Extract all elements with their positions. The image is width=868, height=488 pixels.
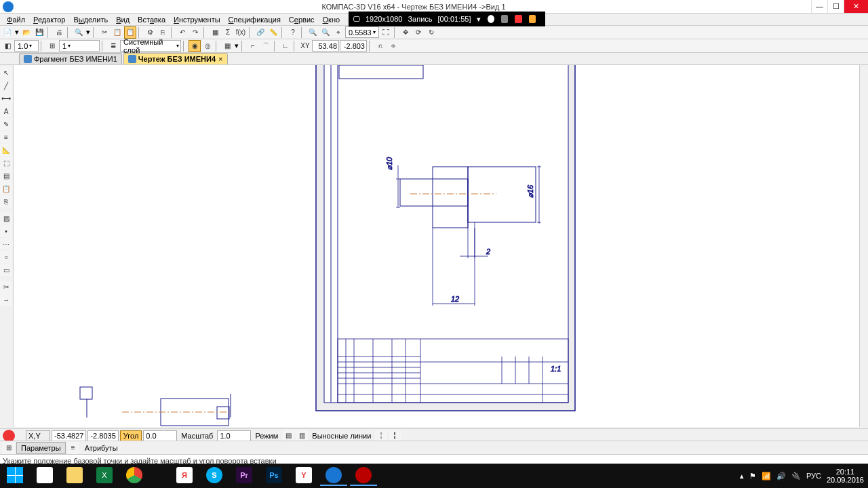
ext1-button[interactable]: ╎ <box>375 430 387 442</box>
round-button[interactable]: ⌒ <box>260 40 272 52</box>
tray-flag-icon[interactable]: ⚑ <box>749 472 756 481</box>
coord-button[interactable]: XY <box>299 40 311 52</box>
menu-tools[interactable]: Инструменты <box>170 16 224 24</box>
trim-tool[interactable]: ✂ <box>0 281 12 293</box>
props-button[interactable]: ⚙ <box>144 26 156 39</box>
circle-tool[interactable]: ○ <box>0 251 12 263</box>
zoom-combo[interactable]: 1.0 <box>14 40 39 52</box>
scrollbar-v[interactable] <box>860 65 868 427</box>
maximize-button[interactable]: ☐ <box>827 0 844 13</box>
menu-insert[interactable]: Вставка <box>134 16 170 24</box>
params-icon[interactable]: ⊞ <box>3 442 15 454</box>
layer-combo[interactable]: Системный слой <box>120 40 181 52</box>
snap1-button[interactable]: ◉ <box>189 40 201 52</box>
cursor-tool[interactable]: ↖ <box>0 66 12 79</box>
stop-button[interactable] <box>3 430 15 442</box>
redo-button[interactable]: ↷ <box>189 26 201 39</box>
task-kompas[interactable] <box>320 466 347 486</box>
ext2-button[interactable]: ╏ <box>389 430 401 442</box>
preview-button[interactable]: 🔍 <box>73 26 85 39</box>
coord-y[interactable] <box>340 40 367 52</box>
zoomin-button[interactable]: 🔍 <box>307 26 319 39</box>
rect-tool[interactable]: ▭ <box>0 264 12 276</box>
menu-window[interactable]: Окно <box>319 16 344 24</box>
stop-icon[interactable] <box>529 15 536 23</box>
cut-button[interactable]: ✂ <box>98 26 111 39</box>
tray-net-icon[interactable]: 📶 <box>762 472 771 481</box>
start-button[interactable] <box>1 466 28 486</box>
hatch-tool[interactable]: ▨ <box>0 212 12 224</box>
copyprops-button[interactable]: ⎘ <box>157 26 169 39</box>
zoomout-button[interactable]: 🔍 <box>319 26 332 39</box>
line-tool[interactable]: ╱ <box>0 79 12 92</box>
print-button[interactable]: 🖨 <box>53 26 65 39</box>
tbl-button[interactable]: ▦ <box>209 26 221 39</box>
scale-combo[interactable]: 0.5583 <box>345 26 379 38</box>
pen-icon[interactable] <box>501 15 508 23</box>
layers-button[interactable]: ≣ <box>107 40 119 52</box>
help-button[interactable]: ? <box>287 26 299 39</box>
dim-tool[interactable]: ⟷ <box>0 92 12 104</box>
task-premiere[interactable]: Pr <box>231 466 258 486</box>
param-tool[interactable]: ≡ <box>0 131 12 143</box>
task-skype[interactable]: S <box>201 466 228 486</box>
zoomwin-button[interactable]: ⌖ <box>332 26 344 39</box>
tray-clock[interactable]: 20:1120.09.2016 <box>827 468 864 484</box>
tab-params[interactable]: Параметры <box>16 442 66 454</box>
minimize-button[interactable]: — <box>811 0 827 13</box>
menu-file[interactable]: Файл <box>3 16 29 24</box>
save-button[interactable]: 💾 <box>33 26 45 39</box>
menu-view[interactable]: Вид <box>112 16 134 24</box>
task-files[interactable] <box>61 466 88 486</box>
edit-tool[interactable]: ✎ <box>0 118 12 130</box>
new-dropdown[interactable]: ▾ <box>14 26 20 39</box>
menu-spec[interactable]: Спецификация <box>224 16 285 24</box>
select-tool[interactable]: ⬚ <box>0 157 12 169</box>
menu-edit[interactable]: Редактор <box>29 16 69 24</box>
task-browser[interactable]: Y <box>290 466 317 486</box>
aux2-button[interactable]: ⎆ <box>387 40 399 52</box>
task-recorder[interactable] <box>350 466 377 486</box>
mode2-button[interactable]: ▥ <box>296 430 308 442</box>
close-button[interactable]: ✕ <box>844 0 868 13</box>
scale-value[interactable]: 1.0 <box>217 430 251 441</box>
report-tool[interactable]: 📋 <box>0 182 12 195</box>
tray-lang[interactable]: РУС <box>806 472 821 480</box>
new-button[interactable]: 📄 <box>1 26 14 39</box>
pause-icon[interactable] <box>515 15 521 23</box>
view-button[interactable]: ⊞ <box>46 40 58 52</box>
measure-tool[interactable]: 📐 <box>0 144 12 156</box>
mic-icon[interactable] <box>488 15 494 23</box>
link-button[interactable]: 🔗 <box>254 26 267 39</box>
snap2-button[interactable]: ◎ <box>201 40 214 52</box>
pan-button[interactable]: ✥ <box>399 26 412 39</box>
tab-attrs[interactable]: Атрибуты <box>81 443 122 453</box>
spec-tool[interactable]: ▤ <box>0 169 12 182</box>
task-yandex[interactable]: Я <box>171 466 198 486</box>
tray-vol-icon[interactable]: 🔊 <box>776 472 786 481</box>
coord-x[interactable] <box>312 40 339 52</box>
state-button[interactable]: ◧ <box>1 40 14 52</box>
fx-button[interactable]: f(x) <box>235 26 247 39</box>
menu-select[interactable]: Выделить <box>69 16 112 24</box>
tray-power-icon[interactable]: 🔌 <box>791 472 801 481</box>
refresh-button[interactable]: ↻ <box>425 26 437 39</box>
paste-button[interactable]: 📋 <box>124 26 136 39</box>
undo-button[interactable]: ↶ <box>176 26 189 39</box>
local-button[interactable]: ∟ <box>279 40 292 52</box>
grid-button[interactable]: ▦ <box>221 40 233 52</box>
text-tool[interactable]: A <box>0 105 12 117</box>
open-button[interactable]: 📂 <box>20 26 33 39</box>
orbit-button[interactable]: ⟳ <box>412 26 425 39</box>
task-excel[interactable]: X <box>91 466 118 486</box>
menu-service[interactable]: Сервис <box>285 16 319 24</box>
point-tool[interactable]: • <box>0 225 12 237</box>
extend-tool[interactable]: → <box>0 293 12 306</box>
doc-tab-2[interactable]: Чертеж БЕЗ ИМЕНИ4× <box>123 53 228 64</box>
insert-tool[interactable]: ⎘ <box>0 195 12 207</box>
ortho-button[interactable]: ⌐ <box>247 40 259 52</box>
canvas[interactable]: ⌀10 ⌀16 12 2 <box>14 65 860 427</box>
aux1-button[interactable]: ⎌ <box>374 40 387 52</box>
chevron-down-icon[interactable]: ▾ <box>477 15 481 24</box>
copy-button[interactable]: 📋 <box>111 26 123 39</box>
